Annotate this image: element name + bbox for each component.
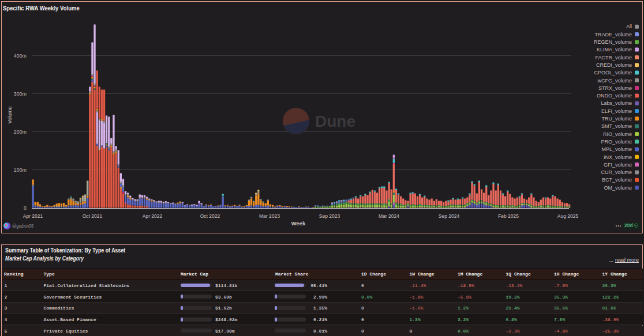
svg-text:RIO_volume: RIO_volume (603, 131, 632, 137)
svg-text:Mar 2024: Mar 2024 (379, 213, 399, 219)
svg-text:CUR_volume: CUR_volume (601, 169, 632, 175)
svg-text:CPOOL_volume: CPOOL_volume (594, 70, 632, 75)
svg-text:Oct 2021: Oct 2021 (83, 213, 103, 219)
svg-text:INX_volume: INX_volume (604, 154, 632, 160)
svg-text:Sep 2023: Sep 2023 (319, 213, 340, 219)
svg-text:STRX_volume: STRX_volume (598, 85, 632, 91)
svg-text:SMT_volume: SMT_volume (601, 123, 632, 129)
svg-text:200m: 200m (13, 129, 27, 135)
svg-text:0: 0 (24, 205, 27, 211)
svg-text:Dune: Dune (315, 112, 355, 130)
svg-text:CREDI_volume: CREDI_volume (596, 62, 632, 68)
svg-text:TRU_volume: TRU_volume (601, 116, 632, 122)
svg-text:TRADE_volume: TRADE_volume (594, 32, 632, 37)
svg-text:BCT_volume: BCT_volume (602, 177, 632, 183)
svg-text:wCFG_volume: wCFG_volume (597, 78, 632, 84)
svg-text:300m: 300m (13, 91, 27, 97)
svg-text:Oct 2022: Oct 2022 (200, 213, 220, 219)
svg-text:Apr 2022: Apr 2022 (143, 213, 163, 219)
svg-text:400m: 400m (13, 53, 27, 59)
svg-text:All: All (626, 24, 632, 29)
svg-text:PRO_volume: PRO_volume (601, 139, 632, 145)
svg-text:KLIMA_volume: KLIMA_volume (597, 47, 632, 52)
svg-text:FACTR_volume: FACTR_volume (595, 55, 632, 61)
svg-text:Apr 2021: Apr 2021 (23, 213, 43, 219)
svg-text:ONDO_volume: ONDO_volume (597, 93, 632, 99)
svg-text:GFI_volume: GFI_volume (604, 162, 632, 168)
svg-text:MPL_volume: MPL_volume (601, 146, 632, 152)
svg-text:OM_volume: OM_volume (604, 185, 632, 191)
svg-text:100m: 100m (13, 167, 27, 173)
svg-text:Volume: Volume (7, 106, 13, 123)
svg-text:REGEN_volume: REGEN_volume (594, 39, 632, 45)
svg-text:Mar 2023: Mar 2023 (259, 213, 280, 219)
svg-text:Feb 2025: Feb 2025 (498, 213, 519, 219)
svg-text:Aug 2025: Aug 2025 (557, 213, 579, 219)
svg-text:Labs_volume: Labs_volume (601, 100, 632, 106)
svg-text:Sep 2024: Sep 2024 (439, 213, 460, 219)
svg-text:ELFI_volume: ELFI_volume (601, 108, 632, 114)
